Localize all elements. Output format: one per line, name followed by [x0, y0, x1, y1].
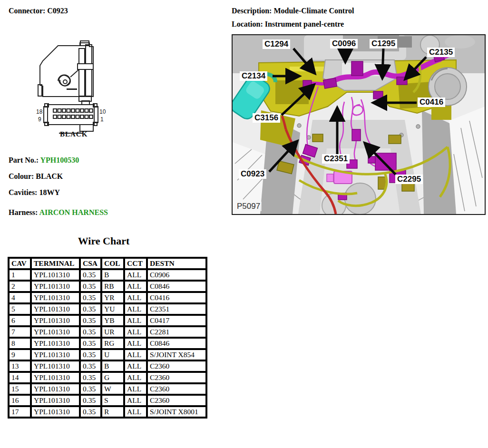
wire-chart-header-row: CAVTERMINALCSACOLCCTDESTN — [9, 258, 206, 269]
table-cell: 0.35 — [80, 326, 101, 338]
table-cell: YPL101310 — [31, 406, 80, 418]
table-row: 5YPL1013100.35YUALLC2351 — [9, 303, 206, 315]
table-cell: YPL101310 — [31, 360, 80, 372]
table-cell: C0906 — [147, 269, 206, 281]
pin-cavity-grid — [53, 109, 93, 118]
callout-C2351: C2351 — [322, 154, 350, 164]
table-cell: YR — [101, 292, 124, 303]
location-label: Location: — [232, 20, 263, 28]
location-photo: C1294C0096C1295C2135C2134C0416C3156C2351… — [232, 34, 486, 215]
column-header-terminal: TERMINAL — [31, 258, 80, 269]
table-cell: YPL101310 — [31, 395, 80, 406]
callout-C1294: C1294 — [263, 39, 290, 49]
column-header-csa: CSA — [80, 258, 101, 269]
callout-C2295: C2295 — [395, 175, 423, 184]
column-header-col: COL — [101, 258, 124, 269]
table-cell: 0.35 — [80, 372, 101, 383]
table-row: 13YPL1013100.35BALLC2360 — [9, 360, 206, 372]
table-cell: 0.35 — [80, 360, 101, 372]
table-cell: UR — [101, 326, 124, 338]
table-cell: 0.35 — [80, 315, 101, 326]
table-cell: RB — [101, 281, 124, 292]
table-row: 17YPL1013100.35RALLS/JOINT X8001 — [9, 406, 206, 418]
housing-foot — [38, 85, 42, 96]
spec-part-no: Part No.: YPH100530 — [9, 156, 79, 165]
table-cell: 0.35 — [80, 383, 101, 395]
table-cell: 13 — [9, 360, 31, 372]
table-cell: 0.35 — [80, 292, 101, 303]
table-cell: 1 — [9, 269, 31, 281]
table-cell: ALL — [124, 383, 147, 395]
table-cell: 8 — [9, 338, 31, 349]
table-row: 2YPL1013100.35RBALLC0846 — [9, 281, 206, 292]
table-cell: 0.35 — [80, 395, 101, 406]
description-value: Module-Climate Control — [273, 7, 354, 15]
table-cell: 0.35 — [80, 349, 101, 360]
table-cell: 0.35 — [80, 303, 101, 315]
callout-C0923: C0923 — [239, 169, 266, 179]
table-row: 6YPL1013100.35YBALLC0417 — [9, 315, 206, 326]
wire-chart-title: Wire Chart — [8, 235, 200, 247]
pin-label-9: 9 — [38, 116, 41, 123]
face-bracket-left — [44, 107, 48, 123]
callout-C0096: C0096 — [330, 39, 358, 49]
table-cell: C0846 — [147, 281, 206, 292]
table-cell: ALL — [124, 269, 147, 281]
lock-tab-2 — [86, 45, 92, 96]
table-cell: 7 — [9, 326, 31, 338]
part-no-value: YPH100530 — [40, 156, 79, 164]
colour-label: Colour: — [9, 172, 34, 180]
table-cell: 0.35 — [80, 338, 101, 349]
figure-id: P5097 — [235, 202, 262, 211]
table-cell: C2351 — [147, 303, 206, 315]
table-cell: C0846 — [147, 338, 206, 349]
description-heading: Description: Module-Climate Control — [232, 7, 354, 15]
table-row: 15YPL1013100.35WALLC2360 — [9, 383, 206, 395]
pin-label-1: 1 — [100, 116, 104, 123]
table-row: 9YPL1013100.35UALLS/JOINT X854 — [9, 349, 206, 360]
table-cell: YPL101310 — [31, 281, 80, 292]
pin-label-18: 18 — [36, 108, 43, 115]
table-cell: ALL — [124, 338, 147, 349]
harness-label: Harness: — [9, 208, 38, 216]
callout-C0416: C0416 — [418, 97, 445, 107]
table-row: 14YPL1013100.35GALLC2360 — [9, 372, 206, 383]
table-cell: C0416 — [147, 292, 206, 303]
photo-callout-layer: C1294C0096C1295C2135C2134C0416C3156C2351… — [233, 35, 485, 214]
table-cell: 9 — [9, 349, 31, 360]
table-cell: 14 — [9, 372, 31, 383]
table-row: 16YPL1013100.35SALLC2360 — [9, 395, 206, 406]
table-row: 4YPL1013100.35YRALLC0416 — [9, 292, 206, 303]
table-cell: G — [101, 372, 124, 383]
table-cell: C2360 — [147, 360, 206, 372]
table-cell: U — [101, 349, 124, 360]
table-cell: ALL — [124, 326, 147, 338]
callout-C3156: C3156 — [253, 113, 280, 123]
harness-value: AIRCON HARNESS — [39, 208, 107, 216]
connector-line-art: 18 10 9 1 BLACK — [33, 37, 133, 139]
table-cell: 17 — [9, 406, 31, 418]
color-label-strike — [59, 133, 83, 134]
column-header-cav: CAV — [9, 258, 31, 269]
connector-heading: Connector: C0923 — [9, 7, 68, 15]
table-cell: YPL101310 — [31, 372, 80, 383]
wire-chart-body: 1YPL1013100.35BALLC09062YPL1013100.35RBA… — [9, 269, 206, 418]
table-cell: RG — [101, 338, 124, 349]
wire-chart-table: CAVTERMINALCSACOLCCTDESTN 1YPL1013100.35… — [8, 257, 207, 419]
spec-harness: Harness: AIRCON HARNESS — [9, 208, 108, 217]
cavities-label: Cavities: — [9, 188, 37, 196]
table-row: 7YPL1013100.35URALLC2281 — [9, 326, 206, 338]
wire-seal-center — [63, 80, 67, 84]
table-cell: ALL — [124, 395, 147, 406]
table-cell: YB — [101, 315, 124, 326]
location-heading: Location: Instrument panel-centre — [232, 20, 344, 29]
table-cell: YPL101310 — [31, 303, 80, 315]
table-cell: C2360 — [147, 395, 206, 406]
connector-value: C0923 — [47, 7, 68, 15]
table-cell: S/JOINT X854 — [147, 349, 206, 360]
table-cell: YPL101310 — [31, 338, 80, 349]
callout-C2135: C2135 — [427, 48, 455, 57]
table-cell: 16 — [9, 395, 31, 406]
face-bracket-right — [94, 107, 98, 123]
colour-value: BLACK — [36, 172, 63, 180]
